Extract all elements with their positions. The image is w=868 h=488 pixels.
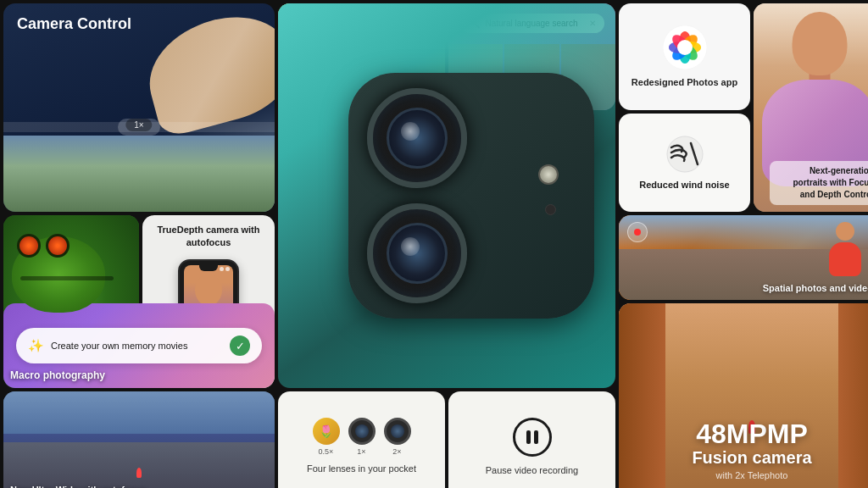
lens-flower-circle: 🌷 (313, 418, 340, 445)
phone-status-row (220, 267, 230, 271)
truedepth-label: TrueDepth camera with autofocus (149, 224, 268, 250)
ultrawide-label-text: New Ultra Wide with autofocus (10, 485, 147, 488)
phone-face (195, 274, 222, 306)
svg-point-10 (667, 136, 703, 172)
lens-2x-badge: 2× (384, 418, 411, 456)
fusion-telephoto-sub: with 2x Telephoto (619, 470, 868, 480)
lens-flower-label: 0.5× (319, 447, 334, 456)
svg-point-9 (677, 40, 693, 55)
frog-mouth (20, 276, 114, 280)
photos-app-title-text: Redesigned Photos app (625, 76, 744, 89)
camera-top-text: Camera Control (17, 15, 131, 33)
spatial-label-text: Spatial photos and videos (763, 283, 868, 293)
fusion-48-number: 48MPMP (619, 420, 868, 447)
lens-1-reflection (401, 122, 420, 141)
spatial-person-fig (826, 222, 864, 286)
camera-bump (348, 73, 594, 319)
fusion-48mp-tile-2: 48MPMP Fusion camera with 2x Telephoto (619, 303, 868, 488)
pause-bar-left (526, 430, 531, 444)
finger-visual (136, 3, 275, 139)
spatial-tile-2: Spatial photos and videos (619, 215, 868, 300)
lens-2x-circle (384, 418, 411, 445)
pause-video-tile: Pause video recording (448, 391, 615, 488)
pause-icon-bars (526, 430, 538, 444)
macro-label-text: Macro photography (10, 369, 105, 381)
lenses-icons-row: 🌷 0.5× 1× 2× (313, 418, 411, 456)
lens-flower-badge: 🌷 0.5× (313, 418, 340, 456)
lens-1 (367, 88, 467, 188)
portraits-tile-2: Next-generation portraits with Focus and… (754, 3, 868, 212)
landscape (3, 136, 275, 212)
wind-tile-2: Reduced wind noise (619, 114, 750, 212)
lens-1-inner (387, 108, 448, 169)
fusion-camera-word: Fusion camera (619, 447, 868, 468)
memory-input-text: Create your own memory movies (51, 341, 223, 351)
lens-1x-circle (348, 418, 376, 445)
portraits-label-text: Next-generation portraits with Focus and… (770, 161, 868, 205)
memory-input[interactable]: ✨ Create your own memory movies ✓ (16, 328, 262, 363)
photos-app-tile-2: Redesigned Photos app (619, 3, 750, 110)
camera-control-tile: Camera Control 1× (3, 3, 275, 212)
lens-2-inner (387, 223, 448, 284)
zoom-label: 1× (125, 119, 152, 131)
lens-2x-label: 2× (392, 447, 401, 456)
four-lenses-tile: 🌷 0.5× 1× 2× Four lenses in your pocket (278, 391, 445, 488)
lens-2-reflection (401, 237, 420, 256)
iphone-main-tile (278, 3, 615, 388)
memory-check-button[interactable]: ✓ (230, 336, 250, 356)
spatial-record-dot (627, 222, 648, 242)
lens-2 (367, 203, 467, 303)
ultrawide-tile: New Ultra Wide with autofocus (3, 391, 275, 488)
layout-grid: Camera Control 1× Clean Up 🔍 Natural lan… (0, 0, 868, 488)
camera-mic (545, 204, 556, 215)
frog-right-eye (46, 234, 70, 258)
wind-noise-icon (665, 135, 704, 174)
lens-1x-badge: 1× (348, 418, 376, 456)
camera-flash (538, 164, 559, 185)
portrait-head (792, 12, 847, 75)
lens-1x-label: 1× (357, 447, 365, 456)
phone-top-notch (199, 265, 218, 271)
photos-app-icon (663, 25, 707, 69)
wind-title-text: Reduced wind noise (634, 179, 734, 191)
pause-bar-right (534, 430, 538, 444)
pause-title-text: Pause video recording (486, 465, 578, 475)
ultrawide-person-small (136, 468, 142, 478)
memory-sparkle-icon: ✨ (28, 338, 44, 353)
ultrawide-sky (3, 391, 275, 434)
fusion-48mp-text-block: 48MPMP Fusion camera with 2x Telephoto (619, 420, 868, 480)
four-lenses-title-text: Four lenses in your pocket (307, 463, 416, 474)
frog-left-eye (17, 234, 41, 258)
pause-button-circle[interactable] (513, 418, 552, 457)
